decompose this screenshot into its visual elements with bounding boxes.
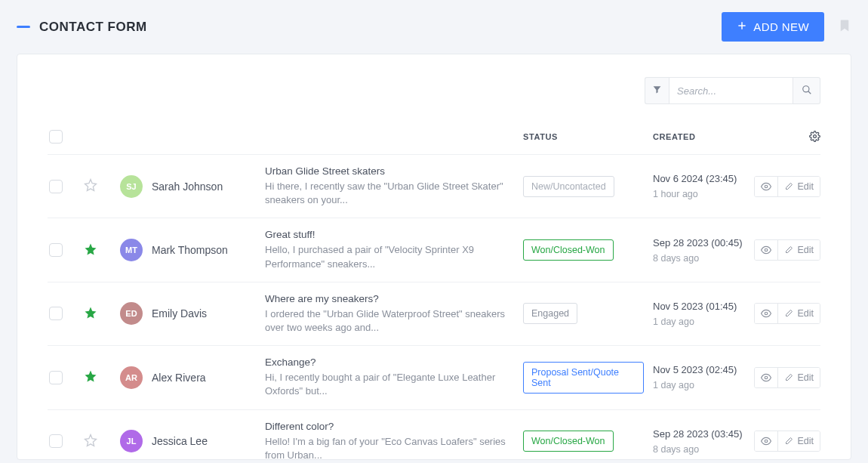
row-checkbox[interactable] [49,307,63,320]
created-relative: 8 days ago [653,253,743,264]
edit-button[interactable]: Edit [777,368,820,387]
status-badge: Won/Closed-Won [523,431,614,452]
svg-point-9 [765,440,768,443]
edit-button[interactable]: Edit [777,431,820,451]
edit-label: Edit [797,372,814,383]
svg-line-3 [808,91,811,94]
edit-label: Edit [797,245,814,255]
table-row[interactable]: JLJessica LeeDifferent color?Hello! I'm … [48,410,820,461]
table-row[interactable]: EDEmily DavisWhere are my sneakers?I ord… [48,282,820,346]
view-button[interactable] [755,431,777,451]
eye-icon [761,372,771,383]
contact-name: Emily Davis [152,307,207,319]
contact-table: STATUS CREATED SJSarah JohnsonUrban Glid… [48,125,820,460]
col-header-created: CREATED [653,132,743,141]
filter-button[interactable] [645,77,669,104]
created-date: Sep 28 2023 (00:45) [653,237,743,250]
plus-icon [737,20,747,33]
eye-icon [761,181,771,192]
star-icon[interactable] [84,310,97,322]
eye-icon [761,308,771,319]
contact-name: Alex Rivera [152,372,206,384]
svg-point-6 [765,248,768,252]
page-title: CONTACT FORM [39,20,147,35]
contact-name: Sarah Johnson [152,181,223,193]
contact-name: Jessica Lee [152,435,208,447]
view-button[interactable] [755,177,777,196]
avatar: AR [120,366,143,389]
table-header-row: STATUS CREATED [48,125,820,155]
search-button[interactable] [793,77,820,104]
star-icon[interactable] [84,373,97,385]
edit-label: Edit [797,308,814,319]
view-button[interactable] [755,240,777,260]
message-subject: Where are my sneakers? [265,293,514,304]
message-preview: Hello, I purchased a pair of "Velocity S… [265,243,514,270]
created-date: Nov 5 2023 (02:45) [653,364,743,377]
row-checkbox[interactable] [49,180,63,193]
gear-icon [809,134,820,144]
avatar: SJ [120,175,143,198]
status-badge: New/Uncontacted [523,176,614,197]
created-date: Sep 28 2023 (03:45) [653,428,743,441]
search-input[interactable] [669,77,793,104]
add-new-button[interactable]: ADD NEW [722,12,824,42]
message-preview: I ordered the "Urban Glide Waterproof St… [265,307,514,335]
avatar: JL [120,430,143,452]
select-all-checkbox[interactable] [49,130,63,144]
page-header: CONTACT FORM ADD NEW [0,0,868,54]
avatar: ED [120,302,143,325]
bookmark-icon[interactable] [838,17,851,36]
status-badge: Won/Closed-Won [523,239,614,261]
contact-name: Mark Thompson [152,244,228,256]
svg-point-5 [765,185,768,188]
filter-icon [652,85,662,97]
message-subject: Different color? [265,421,514,432]
pencil-icon [784,309,793,318]
created-relative: 8 days ago [653,444,743,455]
status-badge: Engaged [523,303,577,324]
list-toolbar [48,77,820,104]
star-icon[interactable] [84,182,97,194]
table-row[interactable]: ARAlex RiveraExchange?Hi, I recently bou… [48,346,820,409]
created-relative: 1 day ago [653,380,743,390]
edit-button[interactable]: Edit [777,304,820,323]
svg-point-8 [765,376,768,379]
view-button[interactable] [755,368,777,387]
avatar: MT [120,239,143,261]
created-date: Nov 5 2023 (01:45) [653,301,743,313]
content-card: STATUS CREATED SJSarah JohnsonUrban Glid… [17,54,851,460]
edit-button[interactable]: Edit [777,177,820,196]
pencil-icon [784,373,793,382]
pencil-icon [784,182,793,191]
message-preview: Hello! I'm a big fan of your "Eco Canvas… [265,435,514,461]
created-relative: 1 day ago [653,316,743,327]
star-icon[interactable] [84,437,97,449]
message-subject: Exchange? [265,357,514,368]
message-subject: Great stuff! [265,229,514,240]
star-icon[interactable] [84,246,97,258]
edit-label: Edit [797,181,814,192]
col-header-status: STATUS [523,132,644,141]
status-badge: Proposal Sent/Quote Sent [523,362,644,394]
svg-point-2 [802,85,808,91]
edit-button[interactable]: Edit [777,240,820,260]
column-settings-button[interactable] [809,131,820,144]
accent-dash [17,26,30,28]
row-checkbox[interactable] [49,434,63,448]
table-row[interactable]: MTMark ThompsonGreat stuff!Hello, I purc… [48,218,820,282]
pencil-icon [784,437,793,446]
view-button[interactable] [755,304,777,323]
message-subject: Urban Glide Street skaters [265,165,514,177]
row-checkbox[interactable] [49,371,63,384]
created-relative: 1 hour ago [653,189,743,199]
eye-icon [761,245,771,255]
row-checkbox[interactable] [49,243,63,257]
svg-point-4 [814,134,817,137]
message-preview: Hi, I recently bought a pair of "Elegant… [265,371,514,398]
search-icon [802,85,812,97]
message-preview: Hi there, I recently saw the "Urban Glid… [265,180,514,207]
eye-icon [761,436,771,446]
table-row[interactable]: SJSarah JohnsonUrban Glide Street skater… [48,155,820,218]
created-date: Nov 6 2024 (23:45) [653,173,743,186]
